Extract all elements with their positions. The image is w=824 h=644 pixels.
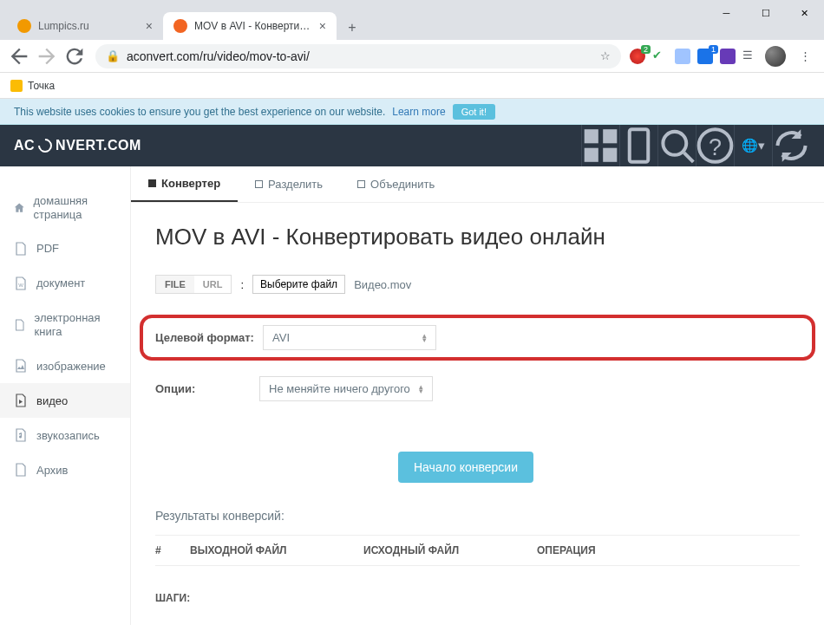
reading-list-icon[interactable]: ☰ xyxy=(742,49,758,64)
archive-icon xyxy=(14,463,28,477)
address-bar: 🔒 aconvert.com/ru/video/mov-to-avi/ ☆ 2 … xyxy=(0,40,824,73)
browser-menu-button[interactable]: ⋮ xyxy=(793,44,817,68)
col-number: # xyxy=(155,544,190,556)
selected-file-name: Видео.mov xyxy=(354,278,411,291)
extension-icon[interactable]: 1 xyxy=(697,49,713,64)
document-icon: W xyxy=(14,276,28,290)
page-title: MOV в AVI - Конвертировать видео онлайн xyxy=(155,224,800,250)
audio-icon xyxy=(14,428,28,442)
square-icon xyxy=(148,179,156,187)
svg-text:W: W xyxy=(18,283,23,288)
reload-icon xyxy=(62,44,87,68)
results-title: Результаты конверсий: xyxy=(155,509,800,523)
svg-text:?: ? xyxy=(709,134,722,160)
grid-icon[interactable] xyxy=(581,125,619,166)
bookmark-item[interactable]: Точка xyxy=(10,80,55,92)
source-tabs: FILE URL xyxy=(155,275,232,294)
start-conversion-button[interactable]: Начало конверсии xyxy=(398,452,533,483)
svg-rect-3 xyxy=(603,148,617,162)
extension-icon[interactable]: 2 xyxy=(630,49,645,64)
favicon-icon xyxy=(173,19,187,33)
main-content: Конвертер Разделить Объединить MOV в AVI… xyxy=(130,166,824,625)
bookmark-label: Точка xyxy=(28,80,55,92)
options-select[interactable]: Не меняйте ничего другого ▴▾ xyxy=(259,376,433,401)
reload-button[interactable] xyxy=(62,44,87,68)
cookie-banner: This website uses cookies to ensure you … xyxy=(0,99,824,125)
help-icon[interactable]: ? xyxy=(696,125,734,166)
sidebar-item-document[interactable]: W документ xyxy=(0,266,130,301)
svg-rect-1 xyxy=(603,129,617,143)
svg-rect-4 xyxy=(630,129,649,162)
steps-heading: ШАГИ: xyxy=(155,592,800,604)
tab-convert[interactable]: Конвертер xyxy=(131,166,238,202)
sidebar-item-archive[interactable]: Архив xyxy=(0,452,130,487)
sidebar-item-home[interactable]: домашняя страница xyxy=(0,184,130,231)
bookmark-favicon-icon xyxy=(10,80,23,92)
bookmarks-bar: Точка xyxy=(0,73,824,99)
back-button[interactable] xyxy=(7,44,31,68)
square-icon xyxy=(357,180,365,188)
svg-rect-2 xyxy=(585,148,598,162)
target-format-select[interactable]: AVI ▴▾ xyxy=(263,325,436,350)
sidebar-item-video[interactable]: видео xyxy=(0,383,130,418)
new-tab-button[interactable]: + xyxy=(340,16,364,40)
logo-icon xyxy=(36,136,56,156)
choose-file-button[interactable]: Выберите файл xyxy=(252,275,345,294)
profile-avatar[interactable] xyxy=(765,46,786,67)
col-output: ВЫХОДНОЙ ФАЙЛ xyxy=(190,544,363,556)
refresh-icon[interactable] xyxy=(772,125,810,166)
lock-icon: 🔒 xyxy=(106,49,120,62)
target-format-highlight: Целевой формат: AVI ▴▾ xyxy=(140,315,815,361)
maximize-button[interactable]: ☐ xyxy=(746,0,785,26)
target-format-label: Целевой формат: xyxy=(155,331,263,344)
got-it-button[interactable]: Got it! xyxy=(453,104,495,120)
cookie-text: This website uses cookies to ensure you … xyxy=(14,106,385,118)
close-tab-icon[interactable]: × xyxy=(146,19,153,33)
search-icon[interactable] xyxy=(657,125,696,166)
caret-icon: ▴▾ xyxy=(419,385,423,393)
extension-icon[interactable]: ✔ xyxy=(652,49,668,64)
video-icon xyxy=(14,394,28,407)
ebook-icon xyxy=(14,318,26,332)
site-logo[interactable]: AC NVERT.COM xyxy=(14,138,141,153)
browser-tab-lumpics[interactable]: Lumpics.ru × xyxy=(7,12,163,40)
learn-more-link[interactable]: Learn more xyxy=(392,106,445,118)
svg-line-6 xyxy=(684,153,694,162)
extension-icon[interactable] xyxy=(720,49,736,64)
image-icon xyxy=(14,359,28,373)
pdf-icon xyxy=(14,242,28,256)
tab-title: Lumpics.ru xyxy=(38,20,139,32)
browser-tabstrip: Lumpics.ru × MOV в AVI - Конвертировать … xyxy=(0,9,824,40)
caret-icon: ▴▾ xyxy=(422,334,427,342)
site-header: AC NVERT.COM ? 🌐▾ xyxy=(0,125,824,166)
sidebar-item-audio[interactable]: звукозапись xyxy=(0,418,130,452)
star-icon[interactable]: ☆ xyxy=(600,49,611,62)
tab-title: MOV в AVI - Конвертировать в… xyxy=(194,20,312,32)
sidebar: домашняя страница PDF W документ электро… xyxy=(0,166,130,625)
sidebar-item-pdf[interactable]: PDF xyxy=(0,231,130,266)
options-label: Опции: xyxy=(155,382,259,395)
browser-tab-aconvert[interactable]: MOV в AVI - Конвертировать в… × xyxy=(163,12,337,40)
close-window-button[interactable]: ✕ xyxy=(785,0,824,26)
mobile-icon[interactable] xyxy=(619,125,657,166)
close-tab-icon[interactable]: × xyxy=(319,19,326,33)
tab-merge[interactable]: Объединить xyxy=(340,166,452,202)
sidebar-item-image[interactable]: изображение xyxy=(0,348,130,383)
sidebar-item-ebook[interactable]: электронная книга xyxy=(0,301,130,348)
arrow-left-icon xyxy=(7,44,31,68)
source-url-tab[interactable]: URL xyxy=(194,276,232,293)
col-source: ИСХОДНЫЙ ФАЙЛ xyxy=(363,544,537,556)
col-operation: ОПЕРАЦИЯ xyxy=(537,544,641,556)
minimize-button[interactable]: ─ xyxy=(707,0,746,26)
url-input[interactable]: 🔒 aconvert.com/ru/video/mov-to-avi/ ☆ xyxy=(95,44,621,68)
favicon-icon xyxy=(17,19,31,33)
home-icon xyxy=(14,201,24,215)
forward-button[interactable] xyxy=(35,44,59,68)
extension-icon[interactable] xyxy=(675,49,690,64)
svg-rect-0 xyxy=(585,129,598,143)
source-file-tab[interactable]: FILE xyxy=(156,276,194,293)
tab-split[interactable]: Разделить xyxy=(238,166,340,202)
main-tabs: Конвертер Разделить Объединить xyxy=(131,166,824,203)
language-icon[interactable]: 🌐▾ xyxy=(734,125,772,166)
svg-point-5 xyxy=(663,132,686,155)
